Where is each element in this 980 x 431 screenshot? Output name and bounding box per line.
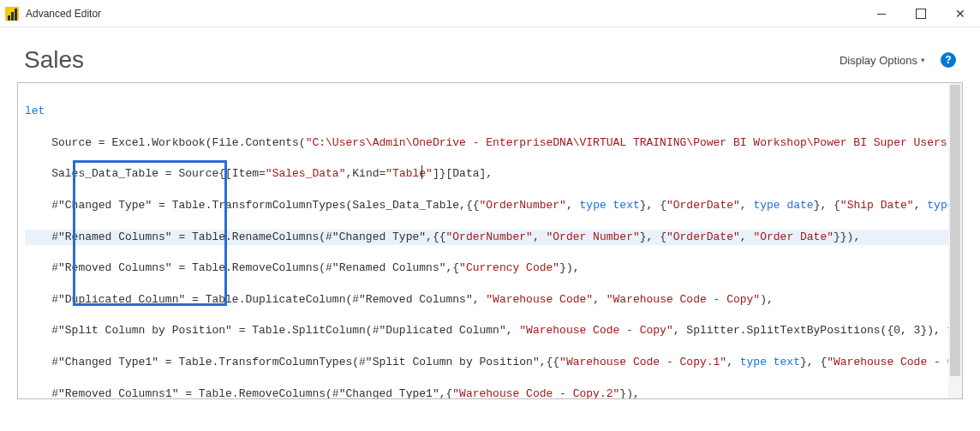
code-text: Source = Excel.Workbook(File.Contents( — [25, 136, 306, 149]
window-title: Advanced Editor — [26, 8, 101, 20]
code-string: "Currency Code" — [459, 261, 559, 274]
code-string: "Order Date" — [753, 230, 834, 243]
code-string: "Table" — [385, 167, 433, 180]
code-type: type text — [740, 356, 800, 368]
code-type: type text — [580, 199, 640, 212]
code-string: "Warehouse Code" — [486, 293, 593, 306]
code-type: type date — [753, 199, 813, 212]
code-string: "OrderDate" — [666, 199, 740, 212]
code-text: , Splitter.SplitTextByPositions({0, 3}), — [673, 324, 947, 337]
code-string: "OrderDate" — [666, 230, 740, 243]
display-options-dropdown[interactable]: Display Options ▾ — [840, 54, 925, 67]
maximize-button[interactable] — [901, 0, 941, 27]
code-string: "Warehouse Code - Copy.2" — [452, 387, 619, 398]
code-string: "OrderNumber" — [480, 199, 566, 212]
text-caret — [421, 165, 422, 179]
keyword-let: let — [25, 105, 45, 117]
vertical-scrollbar[interactable] — [948, 83, 962, 398]
code-string: "Warehouse Code - Copy" — [607, 293, 760, 306]
code-string: "OrderNumber" — [445, 230, 532, 243]
code-string: "C:\Users\Admin\OneDrive - EnterpriseDNA… — [306, 136, 962, 149]
code-string: "Ship Date" — [840, 199, 914, 212]
code-string: "Warehouse Code - Copy.1" — [559, 356, 726, 368]
close-button[interactable]: ✕ — [941, 0, 980, 27]
code-string: "Warehouse Code - Cop — [827, 356, 962, 368]
minimize-button[interactable] — [862, 0, 901, 27]
chevron-down-icon: ▾ — [921, 56, 925, 64]
code-string: "Warehouse Code - Copy" — [519, 324, 672, 337]
help-icon: ? — [945, 54, 951, 66]
code-string: "Sales_Data" — [266, 167, 346, 180]
title-bar: Advanced Editor ✕ — [0, 0, 980, 27]
app-logo-icon — [5, 7, 19, 21]
window-controls: ✕ — [862, 0, 980, 27]
display-options-label: Display Options — [840, 54, 917, 67]
query-name: Sales — [24, 46, 84, 74]
vertical-scrollbar-thumb[interactable] — [950, 85, 960, 376]
code-editor-frame: let Source = Excel.Workbook(File.Content… — [17, 82, 963, 399]
code-string: "Order Number" — [547, 230, 640, 243]
code-editor[interactable]: let Source = Excel.Workbook(File.Content… — [18, 83, 962, 398]
help-button[interactable]: ? — [941, 52, 956, 68]
header-row: Sales Display Options ▾ ? — [0, 27, 980, 82]
